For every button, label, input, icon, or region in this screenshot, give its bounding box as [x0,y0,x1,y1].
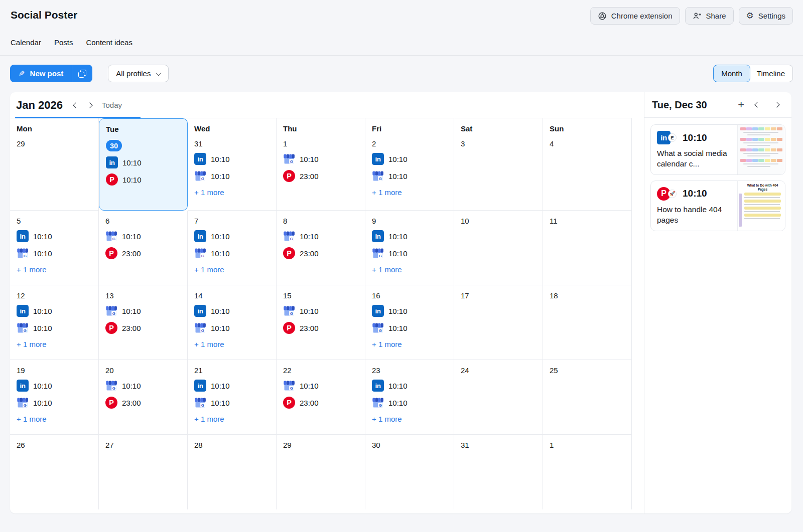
share-button[interactable]: Share [685,7,734,25]
day-cell-1[interactable]: 1 [543,435,632,509]
scheduled-event[interactable]: in10:10 [194,380,271,392]
scheduled-post-card[interactable]: inE10:10What a social media calendar c..… [650,124,785,175]
tab-posts[interactable]: Posts [54,38,73,47]
next-day-button[interactable] [770,98,783,111]
more-events-link[interactable]: + 1 more [17,265,93,274]
day-cell-20[interactable]: 20G10:10P23:00 [99,360,188,435]
scheduled-post-card[interactable]: P🚀10:10How to handle 404 pagesWhat to Do… [650,181,785,231]
scheduled-event[interactable]: G10:10 [105,305,182,317]
day-cell-16[interactable]: 16in10:10G10:10+ 1 more [365,285,454,360]
scheduled-event[interactable]: G10:10 [194,170,271,182]
scheduled-event[interactable]: G10:10 [194,397,271,409]
scheduled-event[interactable]: P23:00 [283,397,360,409]
day-cell-30[interactable]: 30 [365,435,454,509]
scheduled-event[interactable]: P23:00 [105,247,182,259]
view-timeline-button[interactable]: Timeline [749,65,793,82]
scheduled-event[interactable]: P23:00 [283,247,360,259]
scheduled-event[interactable]: in10:10 [372,230,449,242]
more-events-link[interactable]: + 1 more [372,188,449,197]
settings-button[interactable]: ⚙ Settings [739,7,793,25]
day-cell-21[interactable]: 21in10:10G10:10+ 1 more [188,360,277,435]
day-cell-27[interactable]: 27 [99,435,188,509]
day-cell-23[interactable]: 23in10:10G10:10+ 1 more [365,360,454,435]
day-cell-11[interactable]: 11 [543,211,632,285]
scheduled-event[interactable]: P10:10 [106,173,182,186]
scheduled-event[interactable]: in10:10 [194,230,271,242]
scheduled-event[interactable]: G10:10 [372,397,449,409]
scheduled-event[interactable]: G10:10 [17,397,93,409]
more-events-link[interactable]: + 1 more [17,340,93,348]
day-cell-15[interactable]: 15G10:10P23:00 [277,285,365,360]
scheduled-event[interactable]: P23:00 [105,397,182,409]
day-cell-29[interactable]: Mon29 [10,118,99,211]
day-cell-30[interactable]: Tue30in10:10P10:10 [99,118,188,211]
scheduled-event[interactable]: in10:10 [106,156,182,168]
scheduled-event[interactable]: G10:10 [17,322,93,334]
day-cell-17[interactable]: 17 [454,285,543,360]
more-events-link[interactable]: + 1 more [194,265,271,274]
day-cell-10[interactable]: 10 [454,211,543,285]
day-cell-6[interactable]: 6G10:10P23:00 [99,211,188,285]
tab-calendar[interactable]: Calendar [11,38,41,47]
day-cell-22[interactable]: 22G10:10P23:00 [277,360,365,435]
day-cell-18[interactable]: 18 [543,285,632,360]
day-cell-2[interactable]: Fri2in10:10G10:10+ 1 more [365,118,454,211]
day-cell-4[interactable]: Sun4 [543,118,632,211]
scheduled-event[interactable]: in10:10 [194,153,271,165]
scheduled-event[interactable]: in10:10 [17,230,93,242]
scheduled-event[interactable]: G10:10 [372,247,449,259]
day-cell-1[interactable]: Thu1G10:10P23:00 [277,118,365,211]
scheduled-event[interactable]: in10:10 [372,153,449,165]
scheduled-event[interactable]: in10:10 [194,305,271,317]
day-cell-25[interactable]: 25 [543,360,632,435]
day-cell-14[interactable]: 14in10:10G10:10+ 1 more [188,285,277,360]
day-cell-28[interactable]: 28 [188,435,277,509]
today-button[interactable]: Today [102,101,122,109]
scheduled-event[interactable]: G10:10 [372,322,449,334]
day-cell-19[interactable]: 19in10:10G10:10+ 1 more [10,360,99,435]
scheduled-event[interactable]: G10:10 [283,153,360,165]
scheduled-event[interactable]: P23:00 [283,322,360,334]
day-cell-26[interactable]: 26 [10,435,99,509]
day-cell-29[interactable]: 29 [277,435,365,509]
scheduled-event[interactable]: G10:10 [17,247,93,259]
scheduled-event[interactable]: in10:10 [17,305,93,317]
day-cell-9[interactable]: 9in10:10G10:10+ 1 more [365,211,454,285]
scheduled-event[interactable]: G10:10 [105,380,182,392]
scheduled-event[interactable]: in10:10 [17,380,93,392]
day-cell-3[interactable]: Sat3 [454,118,543,211]
profiles-dropdown[interactable]: All profiles [108,65,169,82]
more-events-link[interactable]: + 1 more [17,415,93,423]
add-post-button[interactable]: + [738,99,744,110]
more-events-link[interactable]: + 1 more [194,340,271,348]
more-events-link[interactable]: + 1 more [372,415,449,423]
day-cell-8[interactable]: 8G10:10P23:00 [277,211,365,285]
prev-month-button[interactable] [69,98,83,112]
bulk-post-button[interactable] [72,65,92,82]
more-events-link[interactable]: + 1 more [372,265,449,274]
day-cell-7[interactable]: 7in10:10G10:10+ 1 more [188,211,277,285]
prev-day-button[interactable] [751,98,764,111]
scheduled-event[interactable]: in10:10 [372,380,449,392]
day-cell-31[interactable]: Wed31in10:10G10:10+ 1 more [188,118,277,211]
day-cell-24[interactable]: 24 [454,360,543,435]
scheduled-event[interactable]: in10:10 [372,305,449,317]
day-cell-5[interactable]: 5in10:10G10:10+ 1 more [10,211,99,285]
next-month-button[interactable] [83,98,97,112]
scheduled-event[interactable]: G10:10 [194,247,271,259]
scheduled-event[interactable]: G10:10 [283,305,360,317]
scheduled-event[interactable]: G10:10 [194,322,271,334]
scheduled-event[interactable]: G10:10 [283,230,360,242]
more-events-link[interactable]: + 1 more [372,340,449,348]
more-events-link[interactable]: + 1 more [194,188,271,197]
scheduled-event[interactable]: P23:00 [283,170,360,182]
day-cell-12[interactable]: 12in10:10G10:10+ 1 more [10,285,99,360]
scheduled-event[interactable]: G10:10 [283,380,360,392]
scheduled-event[interactable]: P23:00 [105,322,182,334]
scheduled-event[interactable]: G10:10 [105,230,182,242]
scheduled-event[interactable]: G10:10 [372,170,449,182]
day-cell-31[interactable]: 31 [454,435,543,509]
new-post-button[interactable]: ✎ New post [10,65,72,82]
view-month-button[interactable]: Month [713,65,750,82]
chrome-extension-button[interactable]: Chrome extension [590,7,680,25]
